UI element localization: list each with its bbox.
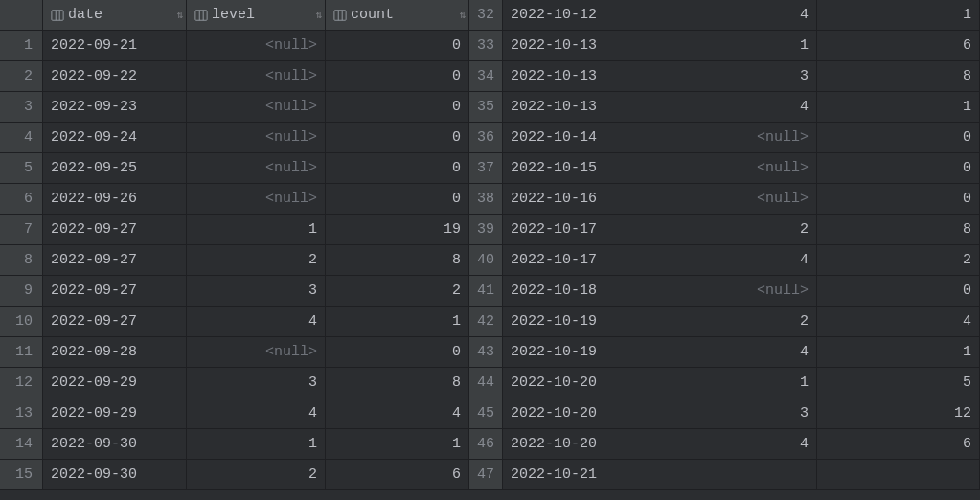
row-number[interactable]: 5 — [0, 153, 43, 184]
cell-date[interactable]: 2022-10-20 — [503, 398, 627, 429]
cell-date[interactable]: 2022-09-21 — [43, 31, 187, 61]
cell-count[interactable]: 8 — [326, 368, 469, 398]
cell-date[interactable]: 2022-09-28 — [43, 337, 187, 368]
cell-count[interactable]: 0 — [817, 123, 980, 153]
cell-count[interactable]: 4 — [326, 398, 469, 429]
cell-count[interactable]: 8 — [817, 61, 980, 92]
cell-date[interactable]: 2022-09-24 — [43, 123, 187, 153]
cell-date[interactable]: 2022-10-19 — [503, 307, 627, 337]
cell-level[interactable]: <null> — [627, 184, 817, 215]
cell-count[interactable]: 6 — [817, 31, 980, 61]
cell-level[interactable]: <null> — [187, 31, 326, 61]
cell-level[interactable]: 4 — [627, 337, 817, 368]
cell-level[interactable]: <null> — [187, 184, 326, 215]
cell-date[interactable]: 2022-10-20 — [503, 368, 627, 398]
cell-level[interactable] — [627, 460, 817, 490]
cell-date[interactable]: 2022-10-19 — [503, 337, 627, 368]
cell-date[interactable]: 2022-10-17 — [503, 245, 627, 276]
row-number[interactable]: 10 — [0, 307, 43, 337]
cell-level[interactable]: 3 — [627, 61, 817, 92]
cell-level[interactable]: <null> — [187, 61, 326, 92]
cell-level[interactable]: 4 — [627, 0, 817, 31]
row-number[interactable]: 3 — [0, 92, 43, 123]
cell-count[interactable]: 1 — [817, 0, 980, 31]
cell-date[interactable]: 2022-10-14 — [503, 123, 627, 153]
cell-level[interactable]: 1 — [187, 429, 326, 460]
row-number[interactable]: 7 — [0, 215, 43, 245]
cell-date[interactable]: 2022-09-27 — [43, 245, 187, 276]
cell-date[interactable]: 2022-09-27 — [43, 276, 187, 307]
column-header-count[interactable]: count⇅ — [326, 0, 469, 31]
cell-count[interactable]: 0 — [817, 153, 980, 184]
cell-level[interactable]: <null> — [627, 153, 817, 184]
row-number[interactable]: 12 — [0, 368, 43, 398]
cell-level[interactable]: <null> — [187, 92, 326, 123]
cell-level[interactable]: 1 — [627, 31, 817, 61]
row-number[interactable]: 35 — [469, 92, 503, 123]
cell-date[interactable]: 2022-10-17 — [503, 215, 627, 245]
row-number[interactable]: 9 — [0, 276, 43, 307]
cell-count[interactable]: 0 — [326, 337, 469, 368]
cell-level[interactable]: 4 — [187, 398, 326, 429]
cell-count[interactable]: 1 — [817, 337, 980, 368]
column-header-date[interactable]: date⇅ — [43, 0, 187, 31]
cell-date[interactable]: 2022-10-16 — [503, 184, 627, 215]
cell-level[interactable]: <null> — [187, 123, 326, 153]
row-number[interactable]: 39 — [469, 215, 503, 245]
row-number[interactable]: 14 — [0, 429, 43, 460]
row-number[interactable]: 37 — [469, 153, 503, 184]
cell-date[interactable]: 2022-09-30 — [43, 460, 187, 490]
cell-count[interactable]: 6 — [817, 429, 980, 460]
cell-date[interactable]: 2022-09-27 — [43, 215, 187, 245]
cell-count[interactable]: 0 — [326, 123, 469, 153]
row-number[interactable]: 2 — [0, 61, 43, 92]
row-number[interactable]: 1 — [0, 31, 43, 61]
cell-date[interactable]: 2022-10-15 — [503, 153, 627, 184]
cell-level[interactable]: 2 — [627, 307, 817, 337]
cell-count[interactable]: 2 — [326, 276, 469, 307]
cell-count[interactable]: 19 — [326, 215, 469, 245]
cell-level[interactable]: 4 — [187, 307, 326, 337]
cell-count[interactable]: 0 — [326, 153, 469, 184]
cell-date[interactable]: 2022-10-13 — [503, 61, 627, 92]
cell-level[interactable]: <null> — [187, 337, 326, 368]
cell-count[interactable]: 5 — [817, 368, 980, 398]
cell-date[interactable]: 2022-09-30 — [43, 429, 187, 460]
cell-count[interactable]: 0 — [326, 184, 469, 215]
cell-level[interactable]: 2 — [187, 460, 326, 490]
cell-level[interactable]: 4 — [627, 429, 817, 460]
cell-count[interactable]: 0 — [817, 184, 980, 215]
cell-level[interactable]: <null> — [627, 276, 817, 307]
cell-date[interactable]: 2022-10-20 — [503, 429, 627, 460]
row-number[interactable]: 11 — [0, 337, 43, 368]
cell-date[interactable]: 2022-09-26 — [43, 184, 187, 215]
cell-date[interactable]: 2022-10-18 — [503, 276, 627, 307]
cell-count[interactable]: 1 — [326, 307, 469, 337]
row-number[interactable]: 8 — [0, 245, 43, 276]
row-number[interactable]: 47 — [469, 460, 503, 490]
cell-count[interactable]: 0 — [326, 31, 469, 61]
cell-date[interactable]: 2022-09-25 — [43, 153, 187, 184]
row-number[interactable]: 45 — [469, 398, 503, 429]
row-number[interactable]: 46 — [469, 429, 503, 460]
cell-level[interactable]: <null> — [187, 153, 326, 184]
row-number[interactable]: 4 — [0, 123, 43, 153]
cell-level[interactable]: 2 — [187, 245, 326, 276]
row-number[interactable]: 43 — [469, 337, 503, 368]
cell-date[interactable]: 2022-10-21 — [503, 460, 627, 490]
cell-level[interactable]: 4 — [627, 92, 817, 123]
cell-level[interactable]: <null> — [627, 123, 817, 153]
row-number[interactable]: 40 — [469, 245, 503, 276]
row-number[interactable]: 44 — [469, 368, 503, 398]
row-number[interactable]: 32 — [469, 0, 503, 31]
cell-count[interactable]: 8 — [326, 245, 469, 276]
cell-date[interactable]: 2022-09-29 — [43, 398, 187, 429]
cell-count[interactable]: 1 — [817, 92, 980, 123]
cell-date[interactable]: 2022-09-23 — [43, 92, 187, 123]
cell-count[interactable]: 6 — [326, 460, 469, 490]
cell-date[interactable]: 2022-09-29 — [43, 368, 187, 398]
cell-date[interactable]: 2022-10-12 — [503, 0, 627, 31]
row-number[interactable]: 6 — [0, 184, 43, 215]
cell-level[interactable]: 1 — [627, 368, 817, 398]
cell-level[interactable]: 1 — [187, 215, 326, 245]
